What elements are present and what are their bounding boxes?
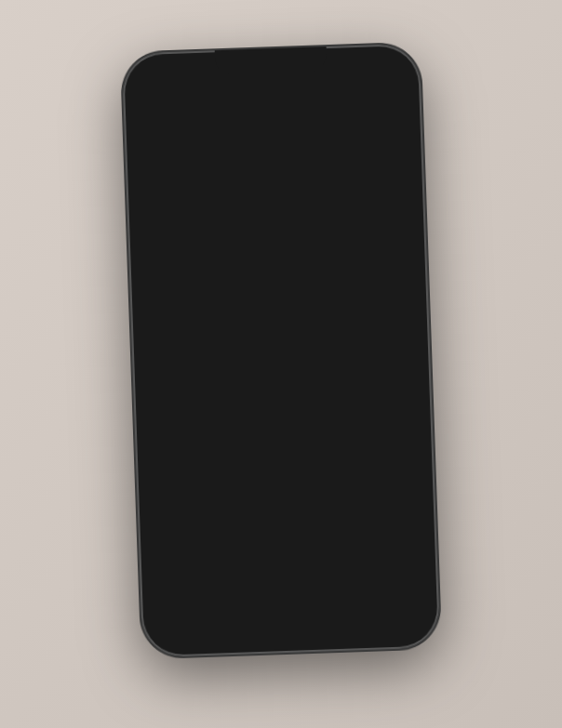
service-haircut[interactable]: Haircut <box>344 233 408 306</box>
svg-rect-5 <box>342 144 355 159</box>
svg-line-28 <box>372 266 383 272</box>
svg-rect-87 <box>227 614 234 620</box>
svg-point-24 <box>316 257 318 258</box>
services-grid: Cleaning <box>149 233 410 388</box>
promo-cashless-sub: 💳 Contactless payment with... <box>168 552 276 564</box>
massage-icon-wrap <box>355 313 403 362</box>
nav-home-label: Home <box>169 626 192 636</box>
promo-referral-sub: Your friends get ₱100 off! <box>301 548 408 560</box>
svg-point-12 <box>174 259 186 266</box>
nails-icon <box>295 250 326 281</box>
svg-point-43 <box>316 333 321 338</box>
wax-icon <box>298 324 328 355</box>
hero-text-block: Metro Manila's Most Trusted Services <box>158 136 283 174</box>
nav-profile-label: Profile <box>389 618 413 629</box>
feed-icon <box>335 598 356 619</box>
service-aircon[interactable]: Aircon <box>152 314 216 387</box>
nav-bookings-label: Bookings <box>219 624 253 634</box>
haircut-icon <box>360 247 391 278</box>
promo-cashless-image <box>157 460 283 539</box>
svg-point-46 <box>369 333 376 342</box>
nav-home[interactable]: Home <box>152 602 207 636</box>
reward-circle-1[interactable]: ★ <box>182 203 207 228</box>
hero-banner[interactable]: Metro Manila's Most Trusted Services <box>144 112 404 194</box>
svg-point-94 <box>396 600 404 607</box>
svg-rect-6 <box>337 146 343 156</box>
rebooking-left: Easy Re-bookings Same Pro, Same Price <box>168 404 294 445</box>
nav-profile[interactable]: Profile <box>372 595 428 629</box>
reward-circle-2[interactable]: ★ <box>210 202 235 227</box>
nav-bookings[interactable]: Bookings <box>207 601 263 634</box>
reward-circle-6[interactable]: ☆ <box>322 198 347 223</box>
cleaning-icon <box>165 255 195 285</box>
svg-rect-51 <box>175 417 189 433</box>
svg-text:✨: ✨ <box>194 582 208 597</box>
reward-circle-9[interactable]: ☆ <box>406 195 429 220</box>
nav-feed-label: Feed <box>336 620 355 630</box>
phone-device: 9:41 ▪▪▪ 📶 🔋 GoodWork. <box>121 24 441 676</box>
status-time: 9:41 <box>149 73 169 85</box>
wax-icon-wrap <box>289 315 338 364</box>
reward-circle-7[interactable]: ☆ <box>350 197 375 222</box>
svg-line-27 <box>371 254 382 260</box>
service-cleaning[interactable]: Cleaning <box>149 240 213 312</box>
nav-chat[interactable]: Chat <box>262 599 318 632</box>
svg-rect-22 <box>314 260 319 271</box>
laundry-label: Laundry <box>232 294 262 304</box>
reward-circle-4[interactable]: ☆ <box>266 200 291 225</box>
service-massage[interactable]: Massage <box>347 308 411 380</box>
service-wax[interactable]: Wax <box>282 310 346 382</box>
promo-referral-title: Refer a friend! <box>300 536 408 549</box>
reward-circle-5[interactable]: ☆ <box>294 199 319 224</box>
svg-rect-9 <box>349 158 354 168</box>
aircon-icon <box>167 329 198 360</box>
svg-point-75 <box>392 472 395 476</box>
svg-point-13 <box>173 270 176 272</box>
svg-point-38 <box>245 332 248 335</box>
svg-point-93 <box>347 599 355 606</box>
signal-icon: ▪▪▪ <box>355 66 365 76</box>
rewards-circles: ★ ★ ☆ ☆ ☆ ☆ ☆ ☆ ☆ <box>182 195 429 228</box>
cleaning-label: Cleaning <box>165 297 198 307</box>
nav-feed[interactable]: Feed <box>317 597 373 630</box>
battery-icon: 🔋 <box>382 65 394 75</box>
promo-cashless-body: Pay safely, go cashless. 💳 Contactless p… <box>160 535 284 571</box>
promo-referral-card[interactable]: Refer a friend! <box>288 455 417 567</box>
promo-cashless-title: Pay safely, go cashless. <box>167 540 275 554</box>
nav-chat-label: Chat <box>282 622 300 632</box>
rebooking-section[interactable]: Easy Re-bookings Same Pro, Same Price Yo… <box>154 390 413 457</box>
nails-icon-wrap <box>287 241 335 289</box>
svg-point-14 <box>185 267 187 269</box>
svg-point-49 <box>385 328 388 331</box>
reward-circle-3[interactable]: ☆ <box>238 201 263 226</box>
svg-point-25 <box>367 256 373 262</box>
home-icon <box>169 603 191 625</box>
phone-screen: 9:41 ▪▪▪ 📶 🔋 GoodWork. <box>133 55 429 646</box>
service-nails[interactable]: Nails <box>279 235 343 308</box>
app-content[interactable]: 9:41 ▪▪▪ 📶 🔋 GoodWork. <box>133 55 429 646</box>
chat-icon <box>279 600 301 621</box>
services-section: Cleaning <box>140 227 421 392</box>
svg-point-4 <box>342 133 355 145</box>
svg-text:friend!: friend! <box>305 485 338 497</box>
svg-rect-7 <box>355 145 361 155</box>
svg-point-74 <box>327 470 330 474</box>
laundry-icon <box>230 252 261 283</box>
promo-row: Pay safely, go cashless. 💳 Contactless p… <box>147 454 426 578</box>
svg-point-48 <box>367 329 371 334</box>
haircut-label: Haircut <box>364 289 391 299</box>
promo-cashless-card[interactable]: Pay safely, go cashless. 💳 Contactless p… <box>156 459 285 572</box>
aircon-label: Aircon <box>172 371 196 381</box>
svg-point-39 <box>248 331 250 334</box>
claim-reward-label[interactable]: Claim Reward <box>150 206 176 227</box>
service-laundry[interactable]: Laundry <box>214 238 278 311</box>
wifi-icon: 📶 <box>368 65 379 75</box>
health-icon <box>233 326 263 357</box>
svg-rect-88 <box>237 614 244 620</box>
service-health[interactable]: Health <box>217 312 281 385</box>
cleaning-icon-wrap <box>156 245 205 294</box>
profile-icon <box>390 596 411 617</box>
wax-label: Wax <box>306 366 323 377</box>
svg-point-73 <box>313 507 318 512</box>
reward-circle-8[interactable]: ☆ <box>378 196 403 221</box>
